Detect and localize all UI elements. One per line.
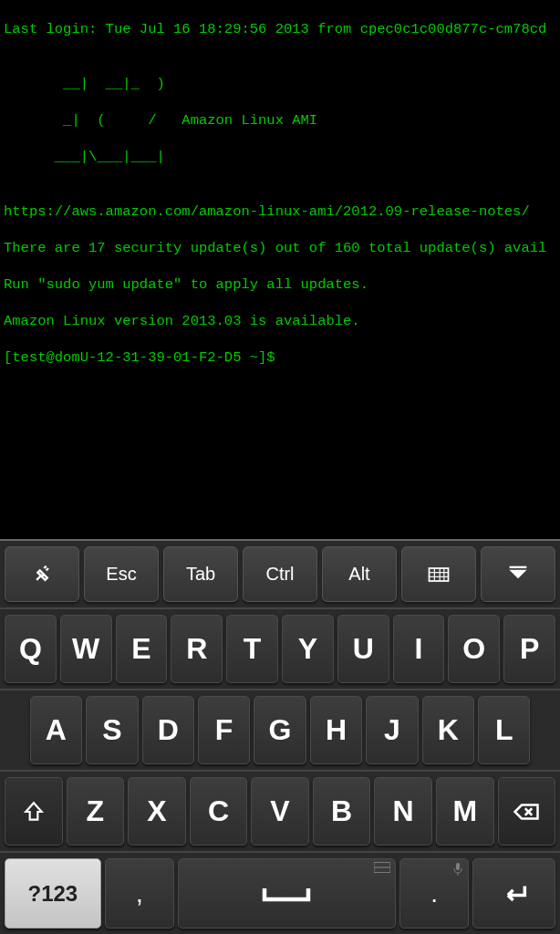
key-s[interactable]: S	[86, 696, 138, 764]
keyboard-toolbar: Esc Tab Ctrl Alt	[0, 541, 560, 609]
space-key[interactable]	[178, 858, 396, 929]
comma-key[interactable]: ,	[105, 858, 174, 929]
key-j[interactable]: J	[366, 696, 418, 764]
terminal-line: Amazon Linux version 2013.03 is availabl…	[4, 312, 556, 330]
key-r[interactable]: R	[171, 615, 223, 683]
mic-mini-icon	[452, 862, 463, 879]
connect-button[interactable]	[5, 546, 79, 602]
svg-rect-11	[456, 863, 460, 870]
terminal-line: Last login: Tue Jul 16 18:29:56 2013 fro…	[4, 20, 556, 38]
ctrl-key[interactable]: Ctrl	[243, 546, 317, 602]
keyboard-mini-icon	[374, 862, 390, 876]
terminal-line: __| __|_ )	[4, 75, 556, 93]
keyboard-row-3: Z X C V B N M	[0, 772, 560, 853]
terminal-line: https://aws.amazon.com/amazon-linux-ami/…	[4, 202, 556, 221]
key-m[interactable]: M	[436, 777, 494, 846]
key-h[interactable]: H	[310, 696, 362, 764]
key-l[interactable]: L	[478, 696, 530, 764]
terminal-line: Run "sudo yum update" to apply all updat…	[4, 275, 556, 294]
terminal-prompt: [test@domU-12-31-39-01-F2-D5 ~]$	[4, 348, 556, 367]
terminal-line: _| ( / Amazon Linux AMI	[4, 111, 556, 130]
key-a[interactable]: A	[30, 696, 82, 764]
space-icon	[259, 883, 314, 905]
keyboard-layout-button[interactable]	[401, 546, 476, 602]
terminal-line: There are 17 security update(s) out of 1…	[4, 239, 556, 257]
backspace-key[interactable]	[498, 777, 556, 846]
keyboard-row-1: Q W E R T Y U I O P	[0, 609, 560, 690]
key-u[interactable]: U	[337, 615, 389, 683]
terminal-line: ___|\___|___|	[4, 148, 556, 166]
symbols-key[interactable]: ?123	[5, 858, 101, 929]
key-z[interactable]: Z	[67, 777, 125, 846]
terminal-output[interactable]: Last login: Tue Jul 16 18:29:56 2013 fro…	[0, 0, 560, 472]
esc-key[interactable]: Esc	[84, 546, 159, 602]
key-t[interactable]: T	[226, 615, 278, 683]
shift-key[interactable]	[5, 777, 63, 846]
keyboard-grid-icon	[426, 562, 451, 587]
key-e[interactable]: E	[116, 615, 168, 683]
key-x[interactable]: X	[128, 777, 186, 846]
key-c[interactable]: C	[190, 777, 248, 846]
key-f[interactable]: F	[198, 696, 250, 764]
keyboard-row-4: ?123 , .	[0, 853, 560, 934]
alt-key[interactable]: Alt	[322, 546, 397, 602]
chevron-down-icon	[505, 562, 531, 587]
key-p[interactable]: P	[503, 615, 555, 683]
key-v[interactable]: V	[251, 777, 309, 846]
hide-keyboard-button[interactable]	[481, 546, 555, 602]
key-d[interactable]: D	[142, 696, 194, 764]
key-b[interactable]: B	[313, 777, 371, 846]
key-g[interactable]: G	[254, 696, 306, 764]
key-q[interactable]: Q	[5, 615, 57, 683]
keyboard-row-2: A S D F G H J K L	[0, 690, 560, 772]
svg-rect-0	[430, 568, 449, 581]
key-k[interactable]: K	[422, 696, 474, 764]
period-key[interactable]: .	[399, 858, 469, 929]
key-i[interactable]: I	[393, 615, 445, 683]
backspace-icon	[513, 798, 540, 825]
key-o[interactable]: O	[448, 615, 500, 683]
key-y[interactable]: Y	[282, 615, 334, 683]
enter-icon	[499, 878, 530, 909]
shift-icon	[22, 800, 46, 824]
enter-key[interactable]	[472, 858, 555, 929]
key-n[interactable]: N	[374, 777, 432, 846]
tab-key[interactable]: Tab	[163, 546, 238, 602]
virtual-keyboard: Esc Tab Ctrl Alt Q W E R T Y U I O P A S…	[0, 539, 560, 934]
plug-icon	[29, 562, 55, 587]
key-w[interactable]: W	[60, 615, 112, 683]
